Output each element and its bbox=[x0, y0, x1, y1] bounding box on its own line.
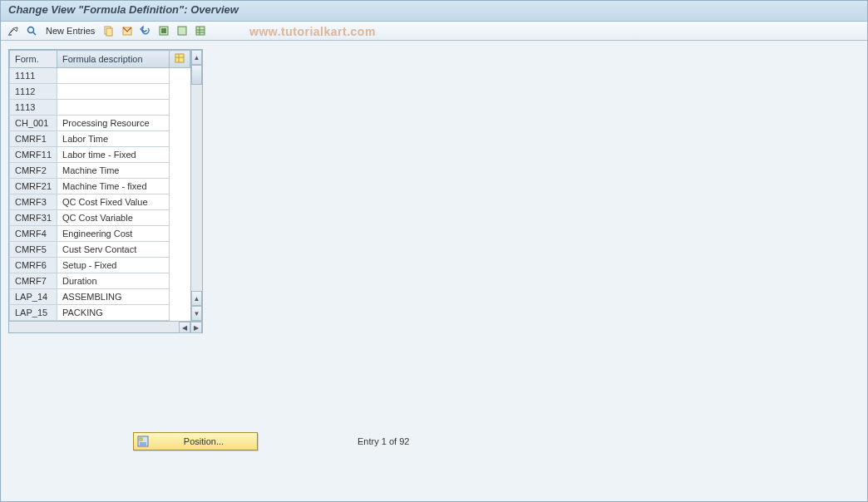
table-row[interactable]: CMRF31QC Cost Variable bbox=[10, 210, 190, 226]
cell-desc[interactable]: Processing Resource bbox=[57, 116, 170, 131]
footer: Position... Entry 1 of 92 bbox=[133, 432, 409, 450]
col-header-form[interactable]: Form. bbox=[10, 51, 57, 68]
page-title: Change View "Formula Definition": Overvi… bbox=[8, 3, 860, 16]
formula-table: Form. Formula description 111111121113CH… bbox=[8, 49, 203, 333]
scroll-down-icon[interactable]: ▼ bbox=[191, 306, 202, 321]
cell-form[interactable]: CMRF6 bbox=[10, 258, 57, 273]
cell-desc[interactable]: Labor time - Fixed bbox=[57, 147, 170, 163]
cell-form[interactable]: CMRF21 bbox=[10, 179, 57, 194]
cell-form[interactable]: 1113 bbox=[10, 100, 57, 116]
cell-desc[interactable]: QC Cost Variable bbox=[57, 210, 170, 226]
delete-icon[interactable] bbox=[121, 24, 134, 37]
svg-rect-13 bbox=[175, 54, 184, 62]
cell-desc[interactable]: Machine Time bbox=[57, 163, 170, 179]
cell-form[interactable]: CH_001 bbox=[10, 116, 57, 131]
table-row[interactable]: CMRF7Duration bbox=[10, 273, 190, 289]
scroll-right-icon[interactable]: ▶ bbox=[190, 322, 202, 333]
table-settings-icon[interactable] bbox=[194, 24, 207, 37]
cell-form[interactable]: CMRF31 bbox=[10, 210, 57, 226]
svg-rect-7 bbox=[161, 28, 166, 33]
svg-line-2 bbox=[33, 32, 36, 35]
table-config-icon[interactable] bbox=[170, 51, 190, 68]
cell-desc[interactable]: QC Cost Fixed Value bbox=[57, 194, 170, 210]
svg-rect-0 bbox=[8, 34, 12, 36]
toolbar: New Entries www.tutorialkart.com bbox=[0, 22, 868, 41]
table-row[interactable]: CMRF1Labor Time bbox=[10, 131, 190, 147]
scroll-up2-icon[interactable]: ▲ bbox=[191, 291, 202, 306]
cell-desc[interactable] bbox=[57, 84, 170, 100]
cell-form[interactable]: 1112 bbox=[10, 84, 57, 100]
cell-form[interactable]: CMRF5 bbox=[10, 242, 57, 258]
cell-desc[interactable]: ASSEMBLING bbox=[57, 289, 170, 305]
cell-form[interactable]: 1111 bbox=[10, 68, 57, 84]
toggle-display-icon[interactable] bbox=[7, 24, 20, 37]
table-row[interactable]: 1113 bbox=[10, 100, 190, 116]
cell-form[interactable]: CMRF3 bbox=[10, 194, 57, 210]
deselect-all-icon[interactable] bbox=[175, 24, 189, 37]
position-icon bbox=[137, 436, 149, 447]
vertical-scrollbar[interactable]: ▲ ▲ ▼ bbox=[190, 50, 202, 321]
content-area: Form. Formula description 111111121113CH… bbox=[0, 41, 868, 342]
scroll-left-icon[interactable]: ◀ bbox=[179, 322, 190, 333]
svg-rect-8 bbox=[178, 27, 186, 35]
title-bar: Change View "Formula Definition": Overvi… bbox=[0, 0, 868, 22]
cell-form[interactable]: CMRF4 bbox=[10, 226, 57, 242]
scroll-thumb[interactable] bbox=[191, 65, 202, 85]
find-icon[interactable] bbox=[25, 24, 38, 37]
table-row[interactable]: CMRF4Engineering Cost bbox=[10, 226, 190, 242]
copy-icon[interactable] bbox=[102, 24, 116, 37]
cell-form[interactable]: CMRF7 bbox=[10, 273, 57, 289]
cell-desc[interactable]: Engineering Cost bbox=[57, 226, 170, 242]
cell-desc[interactable]: Labor Time bbox=[57, 131, 170, 147]
col-header-desc[interactable]: Formula description bbox=[57, 51, 170, 68]
new-entries-button[interactable]: New Entries bbox=[43, 26, 97, 36]
position-label: Position... bbox=[154, 436, 254, 446]
table-row[interactable]: CMRF3QC Cost Fixed Value bbox=[10, 194, 190, 210]
table-row[interactable]: CMRF6Setup - Fixed bbox=[10, 258, 190, 273]
table-row[interactable]: CMRF11Labor time - Fixed bbox=[10, 147, 190, 163]
svg-rect-17 bbox=[140, 438, 142, 440]
cell-form[interactable]: LAP_15 bbox=[10, 305, 57, 321]
cell-desc[interactable]: Machine Time - fixed bbox=[57, 179, 170, 194]
scroll-up-icon[interactable]: ▲ bbox=[191, 50, 202, 65]
table-row[interactable]: LAP_15PACKING bbox=[10, 305, 190, 321]
cell-desc[interactable]: Duration bbox=[57, 273, 170, 289]
cell-form[interactable]: LAP_14 bbox=[10, 289, 57, 305]
table-row[interactable]: 1112 bbox=[10, 84, 190, 100]
table-row[interactable]: LAP_14ASSEMBLING bbox=[10, 289, 190, 305]
cell-form[interactable]: CMRF11 bbox=[10, 147, 57, 163]
table-row[interactable]: 1111 bbox=[10, 68, 190, 84]
cell-form[interactable]: CMRF2 bbox=[10, 163, 57, 179]
entry-counter: Entry 1 of 92 bbox=[358, 436, 409, 446]
watermark-text: www.tutorialkart.com bbox=[249, 25, 376, 38]
position-button[interactable]: Position... bbox=[133, 432, 258, 450]
cell-desc[interactable] bbox=[57, 100, 170, 116]
scroll-track[interactable] bbox=[191, 65, 202, 291]
cell-form[interactable]: CMRF1 bbox=[10, 131, 57, 147]
svg-rect-4 bbox=[106, 28, 112, 36]
table-row[interactable]: CMRF2Machine Time bbox=[10, 163, 190, 179]
cell-desc[interactable]: Cust Serv Contact bbox=[57, 242, 170, 258]
table-row[interactable]: CMRF21Machine Time - fixed bbox=[10, 179, 190, 194]
svg-rect-9 bbox=[196, 27, 205, 35]
cell-desc[interactable] bbox=[57, 68, 170, 84]
table-row[interactable]: CMRF5Cust Serv Contact bbox=[10, 242, 190, 258]
cell-desc[interactable]: PACKING bbox=[57, 305, 170, 321]
svg-point-1 bbox=[28, 27, 34, 33]
horizontal-scrollbar[interactable]: ◀ ▶ bbox=[9, 321, 202, 332]
undo-icon[interactable] bbox=[139, 24, 152, 37]
select-all-icon[interactable] bbox=[157, 24, 170, 37]
table-row[interactable]: CH_001Processing Resource bbox=[10, 116, 190, 131]
cell-desc[interactable]: Setup - Fixed bbox=[57, 258, 170, 273]
